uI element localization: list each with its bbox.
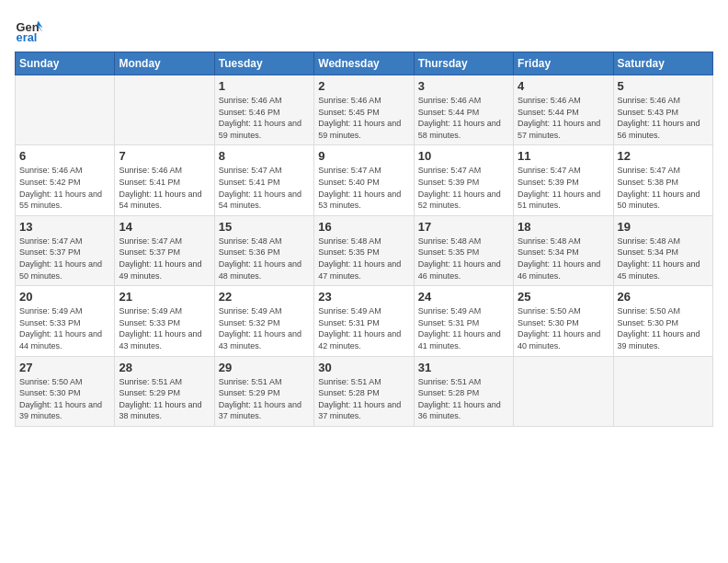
day-number: 30 <box>318 361 409 374</box>
svg-text:eral: eral <box>17 30 38 44</box>
week-row-5: 27Sunrise: 5:50 AM Sunset: 5:30 PM Dayli… <box>16 356 713 426</box>
day-number: 28 <box>119 361 210 374</box>
calendar-cell: 29Sunrise: 5:51 AM Sunset: 5:29 PM Dayli… <box>214 356 313 426</box>
day-number: 12 <box>618 149 709 163</box>
weekday-header-row: SundayMondayTuesdayWednesdayThursdayFrid… <box>16 52 713 75</box>
calendar-cell: 21Sunrise: 5:49 AM Sunset: 5:33 PM Dayli… <box>115 286 214 356</box>
calendar-cell <box>16 75 115 145</box>
calendar-cell <box>613 356 712 426</box>
day-number: 15 <box>219 220 310 234</box>
day-number: 18 <box>518 220 609 234</box>
day-content: Sunrise: 5:48 AM Sunset: 5:34 PM Dayligh… <box>518 236 609 282</box>
day-content: Sunrise: 5:47 AM Sunset: 5:37 PM Dayligh… <box>119 236 210 282</box>
week-row-2: 6Sunrise: 5:46 AM Sunset: 5:42 PM Daylig… <box>16 145 713 215</box>
day-number: 16 <box>318 220 409 234</box>
day-number: 25 <box>518 290 609 304</box>
calendar-cell: 31Sunrise: 5:51 AM Sunset: 5:28 PM Dayli… <box>414 356 513 426</box>
calendar-table: SundayMondayTuesdayWednesdayThursdayFrid… <box>15 52 713 427</box>
day-content: Sunrise: 5:50 AM Sunset: 5:30 PM Dayligh… <box>618 305 709 351</box>
day-number: 5 <box>618 79 709 93</box>
calendar-cell: 16Sunrise: 5:48 AM Sunset: 5:35 PM Dayli… <box>314 215 414 285</box>
day-content: Sunrise: 5:51 AM Sunset: 5:28 PM Dayligh… <box>318 376 409 422</box>
weekday-header-thursday: Thursday <box>414 52 513 75</box>
weekday-header-tuesday: Tuesday <box>214 52 313 75</box>
day-content: Sunrise: 5:49 AM Sunset: 5:31 PM Dayligh… <box>418 305 509 351</box>
calendar-cell <box>115 75 214 145</box>
day-number: 1 <box>219 79 310 93</box>
day-number: 29 <box>219 361 310 374</box>
day-number: 11 <box>518 149 609 163</box>
calendar-cell: 4Sunrise: 5:46 AM Sunset: 5:44 PM Daylig… <box>514 75 613 145</box>
day-content: Sunrise: 5:47 AM Sunset: 5:39 PM Dayligh… <box>518 165 609 211</box>
week-row-4: 20Sunrise: 5:49 AM Sunset: 5:33 PM Dayli… <box>16 286 713 356</box>
calendar-cell: 14Sunrise: 5:47 AM Sunset: 5:37 PM Dayli… <box>115 215 214 285</box>
day-content: Sunrise: 5:51 AM Sunset: 5:29 PM Dayligh… <box>119 376 210 422</box>
weekday-header-sunday: Sunday <box>16 52 115 75</box>
calendar-cell: 13Sunrise: 5:47 AM Sunset: 5:37 PM Dayli… <box>16 215 115 285</box>
day-content: Sunrise: 5:48 AM Sunset: 5:36 PM Dayligh… <box>219 236 310 282</box>
week-row-3: 13Sunrise: 5:47 AM Sunset: 5:37 PM Dayli… <box>16 215 713 285</box>
calendar-cell: 9Sunrise: 5:47 AM Sunset: 5:40 PM Daylig… <box>314 145 414 215</box>
weekday-header-monday: Monday <box>115 52 214 75</box>
page-header: Gen eral <box>15 15 713 44</box>
day-number: 19 <box>618 220 709 234</box>
day-number: 27 <box>19 361 110 374</box>
day-number: 2 <box>318 79 409 93</box>
day-number: 6 <box>19 149 110 163</box>
weekday-header-saturday: Saturday <box>613 52 712 75</box>
day-number: 23 <box>318 290 409 304</box>
day-number: 22 <box>219 290 310 304</box>
day-content: Sunrise: 5:47 AM Sunset: 5:40 PM Dayligh… <box>318 165 409 211</box>
day-content: Sunrise: 5:47 AM Sunset: 5:41 PM Dayligh… <box>219 165 310 211</box>
weekday-header-wednesday: Wednesday <box>314 52 414 75</box>
calendar-cell: 20Sunrise: 5:49 AM Sunset: 5:33 PM Dayli… <box>16 286 115 356</box>
calendar-cell: 27Sunrise: 5:50 AM Sunset: 5:30 PM Dayli… <box>16 356 115 426</box>
day-number: 13 <box>19 220 110 234</box>
calendar-cell: 12Sunrise: 5:47 AM Sunset: 5:38 PM Dayli… <box>613 145 712 215</box>
calendar-cell: 11Sunrise: 5:47 AM Sunset: 5:39 PM Dayli… <box>514 145 613 215</box>
day-content: Sunrise: 5:48 AM Sunset: 5:35 PM Dayligh… <box>418 236 509 282</box>
calendar-cell: 6Sunrise: 5:46 AM Sunset: 5:42 PM Daylig… <box>16 145 115 215</box>
day-number: 20 <box>19 290 110 304</box>
calendar-cell: 7Sunrise: 5:46 AM Sunset: 5:41 PM Daylig… <box>115 145 214 215</box>
calendar-cell: 8Sunrise: 5:47 AM Sunset: 5:41 PM Daylig… <box>214 145 313 215</box>
calendar-cell: 25Sunrise: 5:50 AM Sunset: 5:30 PM Dayli… <box>514 286 613 356</box>
calendar-cell: 15Sunrise: 5:48 AM Sunset: 5:36 PM Dayli… <box>214 215 313 285</box>
calendar-cell: 10Sunrise: 5:47 AM Sunset: 5:39 PM Dayli… <box>414 145 513 215</box>
calendar-cell: 1Sunrise: 5:46 AM Sunset: 5:46 PM Daylig… <box>214 75 313 145</box>
calendar-cell: 22Sunrise: 5:49 AM Sunset: 5:32 PM Dayli… <box>214 286 313 356</box>
day-number: 7 <box>119 149 210 163</box>
day-number: 14 <box>119 220 210 234</box>
day-content: Sunrise: 5:46 AM Sunset: 5:41 PM Dayligh… <box>119 165 210 211</box>
day-content: Sunrise: 5:47 AM Sunset: 5:38 PM Dayligh… <box>618 165 709 211</box>
day-content: Sunrise: 5:51 AM Sunset: 5:28 PM Dayligh… <box>418 376 509 422</box>
day-number: 21 <box>119 290 210 304</box>
day-content: Sunrise: 5:50 AM Sunset: 5:30 PM Dayligh… <box>518 305 609 351</box>
day-content: Sunrise: 5:49 AM Sunset: 5:31 PM Dayligh… <box>318 305 409 351</box>
logo: Gen eral <box>15 15 48 44</box>
day-content: Sunrise: 5:46 AM Sunset: 5:44 PM Dayligh… <box>518 95 609 141</box>
day-content: Sunrise: 5:47 AM Sunset: 5:37 PM Dayligh… <box>19 236 110 282</box>
day-content: Sunrise: 5:50 AM Sunset: 5:30 PM Dayligh… <box>19 376 110 422</box>
day-content: Sunrise: 5:49 AM Sunset: 5:32 PM Dayligh… <box>219 305 310 351</box>
calendar-cell: 18Sunrise: 5:48 AM Sunset: 5:34 PM Dayli… <box>514 215 613 285</box>
week-row-1: 1Sunrise: 5:46 AM Sunset: 5:46 PM Daylig… <box>16 75 713 145</box>
calendar-cell: 24Sunrise: 5:49 AM Sunset: 5:31 PM Dayli… <box>414 286 513 356</box>
day-content: Sunrise: 5:47 AM Sunset: 5:39 PM Dayligh… <box>418 165 509 211</box>
logo-icon: Gen eral <box>15 15 44 44</box>
calendar-cell: 23Sunrise: 5:49 AM Sunset: 5:31 PM Dayli… <box>314 286 414 356</box>
calendar-cell: 26Sunrise: 5:50 AM Sunset: 5:30 PM Dayli… <box>613 286 712 356</box>
day-number: 9 <box>318 149 409 163</box>
day-number: 8 <box>219 149 310 163</box>
day-content: Sunrise: 5:46 AM Sunset: 5:46 PM Dayligh… <box>219 95 310 141</box>
day-number: 10 <box>418 149 509 163</box>
day-number: 31 <box>418 361 509 374</box>
calendar-header: SundayMondayTuesdayWednesdayThursdayFrid… <box>16 52 713 75</box>
day-content: Sunrise: 5:51 AM Sunset: 5:29 PM Dayligh… <box>219 376 310 422</box>
calendar-cell: 5Sunrise: 5:46 AM Sunset: 5:43 PM Daylig… <box>613 75 712 145</box>
calendar-cell: 28Sunrise: 5:51 AM Sunset: 5:29 PM Dayli… <box>115 356 214 426</box>
day-content: Sunrise: 5:49 AM Sunset: 5:33 PM Dayligh… <box>19 305 110 351</box>
calendar-cell: 2Sunrise: 5:46 AM Sunset: 5:45 PM Daylig… <box>314 75 414 145</box>
calendar-cell: 19Sunrise: 5:48 AM Sunset: 5:34 PM Dayli… <box>613 215 712 285</box>
day-number: 4 <box>518 79 609 93</box>
